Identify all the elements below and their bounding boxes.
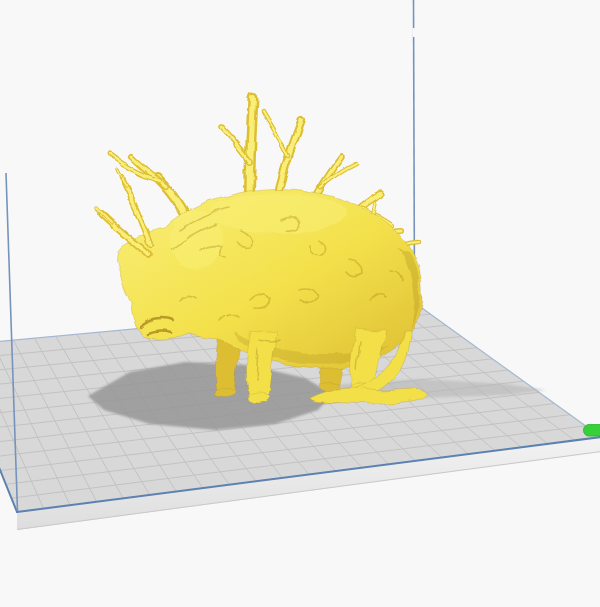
scene-canvas bbox=[0, 0, 600, 607]
viewport-3d[interactable] bbox=[0, 0, 600, 607]
object-list-panel: Object list CE3_Treeceratops v1.2 79.7 x… bbox=[0, 517, 600, 607]
plate-edge-green-marker bbox=[584, 425, 600, 437]
